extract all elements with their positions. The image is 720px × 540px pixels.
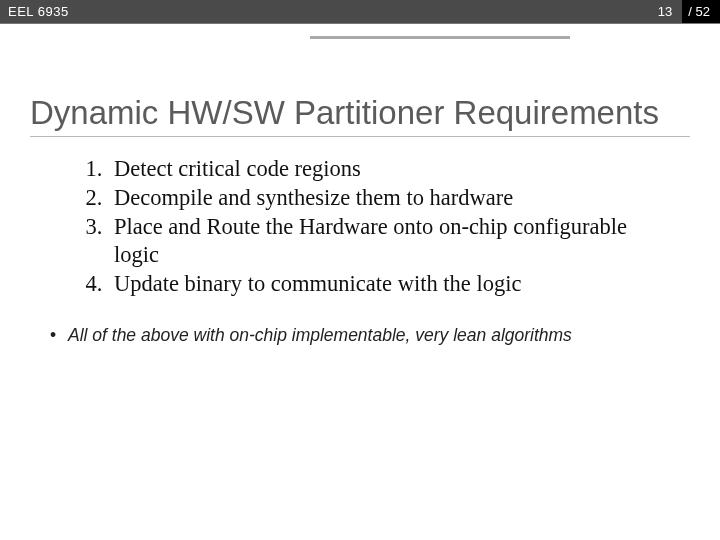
list-item: Place and Route the Hardware onto on-chi… — [108, 213, 690, 271]
page-total: / 52 — [682, 0, 720, 23]
slide-title: Dynamic HW/SW Partitioner Requirements — [30, 94, 690, 137]
requirements-list: Detect critical code regions Decompile a… — [30, 155, 690, 299]
page-current: 13 — [648, 0, 682, 23]
footnote-item: All of the above with on-chip implementa… — [50, 325, 690, 347]
course-code: EEL 6935 — [0, 4, 648, 19]
list-item: Decompile and synthesize them to hardwar… — [108, 184, 690, 213]
slide: EEL 6935 13 / 52 Dynamic HW/SW Partition… — [0, 0, 720, 540]
slide-content: Dynamic HW/SW Partitioner Requirements D… — [0, 24, 720, 347]
top-bar: EEL 6935 13 / 52 — [0, 0, 720, 24]
accent-line — [310, 36, 570, 39]
list-item: Detect critical code regions — [108, 155, 690, 184]
list-item: Update binary to communicate with the lo… — [108, 270, 690, 299]
page-indicator: 13 / 52 — [648, 0, 720, 23]
footnote-list: All of the above with on-chip implementa… — [30, 325, 690, 347]
